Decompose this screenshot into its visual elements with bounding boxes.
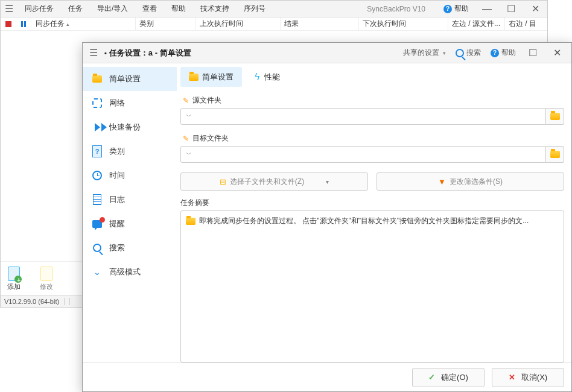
choose-subfolders-button[interactable]: ⊟ 选择子文件夹和文件(Z) ▾ [180, 172, 368, 191]
menu-export[interactable]: 导出/导入 [90, 1, 135, 16]
add-button[interactable]: 添加 [7, 265, 21, 291]
summary-text: 即将完成同步任务的设置过程。 点击"源文件夹"和"目标文件夹"按钮旁的文件夹图标… [199, 216, 529, 226]
add-icon [8, 267, 20, 281]
tab-simple[interactable]: 简单设置 [180, 67, 242, 87]
dialog-close-button[interactable]: ✕ [545, 44, 569, 62]
tree-icon: ⊟ [220, 177, 226, 186]
col-right[interactable]: 右边 / 目 [505, 17, 547, 30]
help-link[interactable]: ? 帮助 [437, 4, 475, 14]
sidebar-item-simple[interactable]: 简单设置 [83, 67, 177, 91]
bolt-icon: ϟ [254, 71, 261, 83]
tab-performance[interactable]: ϟ 性能 [246, 67, 288, 87]
help-icon: ? [443, 5, 452, 13]
sidebar-item-fastbackup[interactable]: 快速备份 [83, 115, 177, 139]
menu-help[interactable]: 帮助 [164, 1, 193, 16]
fastforward-icon [95, 123, 100, 131]
change-filter-button[interactable]: ▼ 更改筛选条件(S) [377, 172, 564, 191]
cancel-button[interactable]: ✕ 取消(X) [492, 368, 564, 387]
minimize-button[interactable]: — [475, 1, 499, 17]
folder-icon [550, 151, 560, 158]
chevron-down-icon: ▾ [326, 179, 329, 185]
folder-icon [550, 113, 560, 120]
funnel-icon: ▼ [438, 177, 446, 186]
folder-icon [186, 218, 195, 225]
task-summary-box: 即将完成同步任务的设置过程。 点击"源文件夹"和"目标文件夹"按钮旁的文件夹图标… [180, 210, 564, 362]
x-icon: ✕ [509, 373, 515, 382]
search-icon [93, 244, 101, 252]
sidebar-item-label: 类别 [109, 146, 125, 157]
dialog-maximize-button[interactable]: ☐ [521, 44, 545, 62]
menu-tasks[interactable]: 任务 [61, 1, 90, 16]
column-header-row: 同步任务 ▴ 类别 上次执行时间 结果 下次执行时间 左边 / 源文件... 右… [1, 17, 547, 31]
add-label: 添加 [7, 282, 21, 291]
sidebar-item-label: 日志 [109, 194, 125, 205]
shared-settings-dropdown[interactable]: 共享的设置 [398, 48, 451, 58]
dialog-help[interactable]: ? 帮助 [486, 48, 521, 58]
hamburger-icon[interactable]: ☰ [1, 3, 17, 14]
source-folder-combo[interactable]: ﹀ [180, 108, 546, 125]
dest-folder-browse-button[interactable] [546, 146, 564, 163]
check-icon: ✓ [428, 373, 435, 382]
main-menubar: ☰ 同步任务 任务 导出/导入 查看 帮助 技术支持 序列号 SyncBackP… [1, 1, 547, 17]
chevron-down-icon: ﹀ [186, 150, 192, 159]
col-result[interactable]: 结果 [281, 17, 359, 30]
chevron-down-icon: ⌄ [93, 268, 101, 276]
dialog-titlebar: ☰ •任务设置：a - 简单设置 共享的设置 搜索 ? 帮助 ☐ ✕ [83, 43, 571, 63]
question-doc-icon: ? [92, 145, 102, 157]
sidebar-item-remind[interactable]: 提醒 [83, 212, 177, 236]
stop-icon [5, 21, 11, 27]
sidebar-item-label: 高级模式 [109, 267, 141, 277]
source-folder-browse-button[interactable] [546, 108, 564, 125]
dest-folder-label: ✎ 目标文件夹 [183, 133, 564, 144]
menu-support[interactable]: 技术支持 [193, 1, 237, 16]
chevron-down-icon: ﹀ [186, 112, 192, 121]
col-left[interactable]: 左边 / 源文件... [448, 17, 505, 30]
sidebar-item-label: 简单设置 [109, 74, 141, 84]
settings-sidebar: 简单设置 网络 快速备份 ? 类别 时间 日志 [83, 63, 177, 362]
sidebar-item-network[interactable]: 网络 [83, 91, 177, 115]
dialog-search[interactable]: 搜索 [451, 48, 486, 58]
sidebar-item-label: 搜索 [109, 242, 125, 253]
app-title: SyncBackPro V10 [367, 5, 437, 13]
edit-button[interactable]: 修改 [39, 265, 54, 291]
menu-serial[interactable]: 序列号 [237, 1, 273, 16]
maximize-button[interactable]: ☐ [499, 1, 523, 17]
col-lastrun[interactable]: 上次执行时间 [196, 17, 281, 30]
help-label: 帮助 [454, 4, 469, 14]
sidebar-item-label: 网络 [109, 98, 125, 109]
summary-label: 任务摘要 [180, 198, 564, 208]
help-icon: ? [491, 49, 499, 57]
badge-icon [100, 217, 105, 223]
sidebar-item-category[interactable]: ? 类别 [83, 139, 177, 163]
col-category[interactable]: 类别 [136, 17, 196, 30]
sidebar-item-label: 时间 [109, 170, 125, 181]
chat-icon [92, 220, 102, 228]
pause-button[interactable] [19, 19, 30, 30]
sidebar-item-label: 快速备份 [109, 122, 141, 133]
sidebar-item-time[interactable]: 时间 [83, 163, 177, 188]
dialog-hamburger-icon[interactable]: ☰ [85, 47, 102, 58]
menu-synctasks[interactable]: 同步任务 [17, 1, 61, 16]
pencil-icon: ✎ [183, 96, 189, 105]
col-nextrun[interactable]: 下次执行时间 [359, 17, 448, 30]
edit-label: 修改 [40, 282, 53, 291]
content-tabbar: 简单设置 ϟ 性能 [180, 67, 564, 87]
task-settings-dialog: ☰ •任务设置：a - 简单设置 共享的设置 搜索 ? 帮助 ☐ ✕ 简单设置 … [82, 42, 572, 392]
search-icon [456, 49, 464, 57]
network-icon [92, 98, 102, 108]
sidebar-item-log[interactable]: 日志 [83, 188, 177, 212]
dest-folder-combo[interactable]: ﹀ [180, 146, 546, 163]
ok-button[interactable]: ✓ 确定(O) [412, 368, 485, 387]
pause-icon [21, 21, 27, 27]
sidebar-item-advanced[interactable]: ⌄ 高级模式 [83, 260, 177, 284]
sidebar-item-label: 提醒 [109, 218, 125, 229]
sidebar-item-search[interactable]: 搜索 [83, 236, 177, 260]
stop-button[interactable] [3, 19, 14, 30]
pencil-icon: ✎ [183, 134, 189, 143]
folder-icon [189, 74, 199, 81]
col-synctask[interactable]: 同步任务 ▴ [32, 17, 136, 30]
edit-icon [40, 267, 52, 281]
close-button[interactable]: ✕ [523, 1, 547, 17]
log-icon [93, 194, 101, 205]
menu-view[interactable]: 查看 [135, 1, 164, 16]
